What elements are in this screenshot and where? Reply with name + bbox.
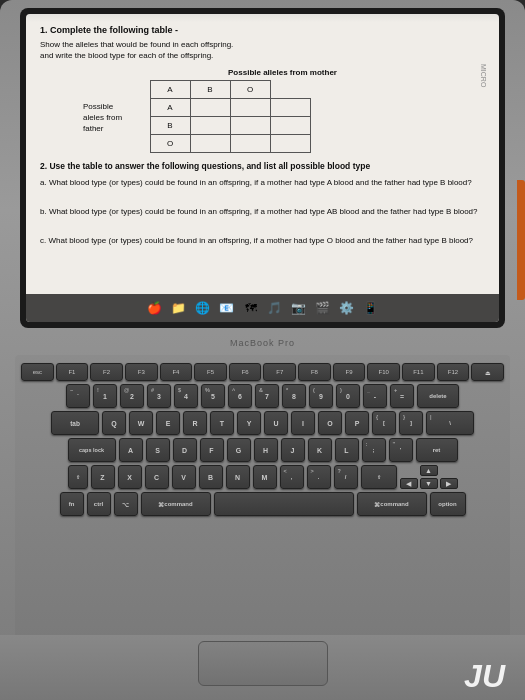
dock-icon-settings[interactable]: ⚙️: [337, 298, 357, 318]
col-header-b: B: [190, 81, 230, 99]
key-command-right[interactable]: ⌘ command: [357, 492, 427, 516]
dock-icon-mail[interactable]: 📧: [217, 298, 237, 318]
dock-icon-notes[interactable]: 🗺: [241, 298, 261, 318]
key-n[interactable]: N: [226, 465, 250, 489]
key-semicolon[interactable]: :;: [362, 438, 386, 462]
key-quote[interactable]: "': [389, 438, 413, 462]
key-shift-right[interactable]: ⇧: [361, 465, 397, 489]
key-g[interactable]: G: [227, 438, 251, 462]
screen: 1. Complete the following table - Show t…: [26, 14, 499, 322]
fn-key-f3[interactable]: F3: [125, 363, 158, 381]
key-command-left[interactable]: ⌘ command: [141, 492, 211, 516]
key-delete[interactable]: delete: [417, 384, 459, 408]
zxcv-row: ⇧ Z X C V B N M <, >. ?/ ⇧ ▲ ◀ ▼ ▶: [21, 465, 504, 489]
key-tilde[interactable]: ~`: [66, 384, 90, 408]
key-slash[interactable]: ?/: [334, 465, 358, 489]
key-9[interactable]: (9: [309, 384, 333, 408]
key-7[interactable]: &7: [255, 384, 279, 408]
dock-icon-video[interactable]: 🎬: [313, 298, 333, 318]
key-space[interactable]: [214, 492, 354, 516]
key-x[interactable]: X: [118, 465, 142, 489]
key-3[interactable]: #3: [147, 384, 171, 408]
fn-key-f10[interactable]: F10: [367, 363, 400, 381]
fn-key-f1[interactable]: F1: [56, 363, 89, 381]
key-bracket-open[interactable]: {[: [372, 411, 396, 435]
col-header-o: O: [230, 81, 270, 99]
dock-icon-finder[interactable]: 🍎: [145, 298, 165, 318]
key-capslock[interactable]: caps lock: [68, 438, 116, 462]
key-s[interactable]: S: [146, 438, 170, 462]
key-minus[interactable]: _-: [363, 384, 387, 408]
blood-type-table: A B O Possiblealeles fromfather A: [80, 80, 311, 153]
key-option-left[interactable]: ⌥: [114, 492, 138, 516]
fn-key-f5[interactable]: F5: [194, 363, 227, 381]
keyboard: esc F1 F2 F3 F4 F5 F6 F7 F8 F9 F10 F11 F…: [15, 355, 510, 640]
key-bracket-close[interactable]: }]: [399, 411, 423, 435]
key-o[interactable]: O: [318, 411, 342, 435]
key-tab[interactable]: tab: [51, 411, 99, 435]
key-return[interactable]: ret: [416, 438, 458, 462]
key-option-right[interactable]: option: [430, 492, 466, 516]
key-0[interactable]: )0: [336, 384, 360, 408]
key-t[interactable]: T: [210, 411, 234, 435]
key-v[interactable]: V: [172, 465, 196, 489]
fn-key-f11[interactable]: F11: [402, 363, 435, 381]
key-arrow-left[interactable]: ◀: [400, 478, 418, 489]
key-plus[interactable]: +=: [390, 384, 414, 408]
key-d[interactable]: D: [173, 438, 197, 462]
key-q[interactable]: Q: [102, 411, 126, 435]
question-a: a. What blood type (or types) could be f…: [40, 177, 485, 188]
key-k[interactable]: K: [308, 438, 332, 462]
key-r[interactable]: R: [183, 411, 207, 435]
fn-key-f9[interactable]: F9: [333, 363, 366, 381]
key-1[interactable]: !1: [93, 384, 117, 408]
fn-key-f12[interactable]: F12: [437, 363, 470, 381]
key-6[interactable]: ^6: [228, 384, 252, 408]
key-h[interactable]: H: [254, 438, 278, 462]
key-e[interactable]: E: [156, 411, 180, 435]
key-y[interactable]: Y: [237, 411, 261, 435]
key-b[interactable]: B: [199, 465, 223, 489]
key-arrow-right[interactable]: ▶: [440, 478, 458, 489]
key-arrow-up[interactable]: ▲: [420, 465, 438, 476]
key-c[interactable]: C: [145, 465, 169, 489]
key-shift-left[interactable]: ⇧: [68, 465, 88, 489]
key-arrow-down[interactable]: ▼: [420, 478, 438, 489]
key-comma[interactable]: <,: [280, 465, 304, 489]
key-8[interactable]: *8: [282, 384, 306, 408]
fn-key-power[interactable]: ⏏: [471, 363, 504, 381]
key-fn[interactable]: fn: [60, 492, 84, 516]
fn-key-f7[interactable]: F7: [263, 363, 296, 381]
fn-key-f6[interactable]: F6: [229, 363, 262, 381]
key-backslash[interactable]: |\: [426, 411, 474, 435]
question-b: b. What blood type (or types) could be f…: [40, 206, 485, 217]
key-p[interactable]: P: [345, 411, 369, 435]
key-4[interactable]: $4: [174, 384, 198, 408]
key-a[interactable]: A: [119, 438, 143, 462]
key-m[interactable]: M: [253, 465, 277, 489]
key-f[interactable]: F: [200, 438, 224, 462]
key-5[interactable]: %5: [201, 384, 225, 408]
key-w[interactable]: W: [129, 411, 153, 435]
fn-key-esc[interactable]: esc: [21, 363, 54, 381]
fn-key-f4[interactable]: F4: [160, 363, 193, 381]
key-period[interactable]: >.: [307, 465, 331, 489]
key-i[interactable]: I: [291, 411, 315, 435]
trackpad[interactable]: [198, 641, 328, 686]
bottom-row: fn ctrl ⌥ ⌘ command ⌘ command option: [21, 492, 504, 516]
fn-key-f8[interactable]: F8: [298, 363, 331, 381]
fn-key-f2[interactable]: F2: [90, 363, 123, 381]
dock-icon-browser[interactable]: 🌐: [193, 298, 213, 318]
dock-icon-folder[interactable]: 📁: [169, 298, 189, 318]
key-j[interactable]: J: [281, 438, 305, 462]
dock-icon-camera[interactable]: 📷: [289, 298, 309, 318]
key-2[interactable]: @2: [120, 384, 144, 408]
father-row-label: Possiblealeles fromfather: [80, 99, 150, 153]
micro-label: MICRO: [480, 64, 487, 87]
key-u[interactable]: U: [264, 411, 288, 435]
dock-icon-music[interactable]: 🎵: [265, 298, 285, 318]
key-l[interactable]: L: [335, 438, 359, 462]
key-z[interactable]: Z: [91, 465, 115, 489]
dock-icon-phone[interactable]: 📱: [361, 298, 381, 318]
key-ctrl[interactable]: ctrl: [87, 492, 111, 516]
